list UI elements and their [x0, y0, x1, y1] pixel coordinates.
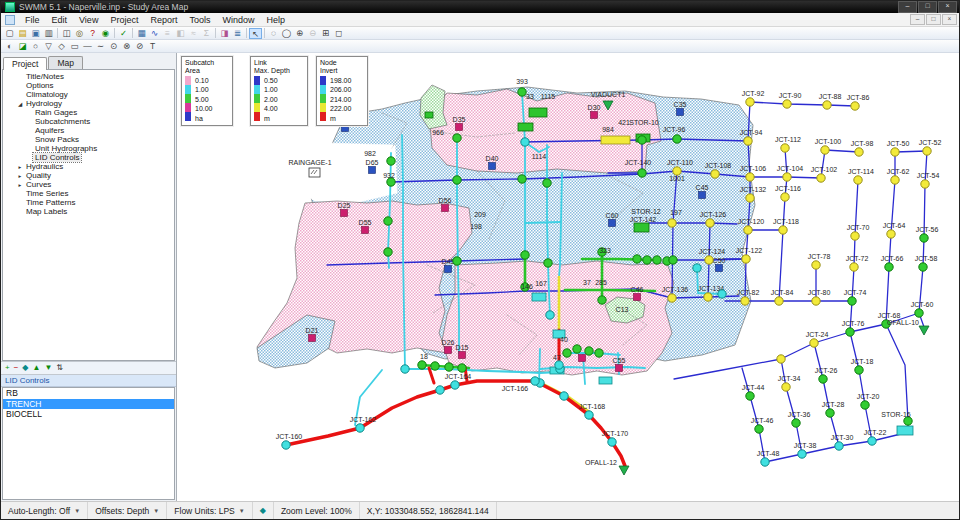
map-node[interactable]	[585, 347, 593, 355]
status-auto-length[interactable]: Auto-Length: Off▼	[1, 502, 88, 519]
tree-item-time-series[interactable]: Time Series	[3, 189, 174, 198]
tree-item-curves[interactable]: ▸Curves	[3, 180, 174, 189]
map-node[interactable]	[746, 98, 754, 106]
map-node[interactable]	[746, 194, 754, 202]
map-marker-square[interactable]	[456, 124, 463, 131]
expander-closed-icon[interactable]: ▸	[16, 173, 24, 179]
map-node[interactable]	[861, 401, 869, 409]
find-icon[interactable]: ◎	[73, 28, 86, 39]
add-outfall-icon[interactable]: ▽	[42, 41, 55, 52]
tree-item-title-notes[interactable]: Title/Notes	[3, 72, 174, 81]
map-node[interactable]	[854, 176, 862, 184]
open-icon[interactable]: ▤	[16, 28, 29, 39]
tab-project[interactable]: Project	[3, 57, 47, 70]
map-node[interactable]	[453, 134, 461, 142]
map-storage-unit[interactable]	[518, 123, 533, 131]
tree-item-lid-controls[interactable]: LID Controls	[3, 153, 174, 162]
map-marker-square[interactable]	[591, 112, 598, 119]
map-node[interactable]	[817, 174, 825, 182]
map-marker-square[interactable]	[341, 210, 348, 217]
select-region-icon[interactable]: ◯	[280, 28, 293, 39]
map-node[interactable]	[819, 375, 827, 383]
mdi-minimize-button[interactable]: –	[910, 14, 925, 25]
map-storage-unit[interactable]	[529, 108, 547, 117]
map-node[interactable]	[445, 363, 453, 371]
expander-open-icon[interactable]: ◢	[16, 101, 24, 107]
tab-map[interactable]: Map	[48, 56, 83, 69]
sort-icon[interactable]: ⇅	[56, 363, 63, 373]
new-icon[interactable]: ▢	[3, 28, 16, 39]
map-marker-square[interactable]	[445, 266, 452, 273]
pan-icon[interactable]: ⊞	[319, 28, 332, 39]
map-link[interactable]	[886, 324, 908, 421]
rain-gage-icon[interactable]	[309, 168, 320, 177]
tree-item-unit-hydrographs[interactable]: Unit Hydrographs	[3, 144, 174, 153]
add-pump-icon[interactable]: ∼	[94, 41, 107, 52]
menu-help[interactable]: Help	[260, 14, 291, 26]
map-node[interactable]	[356, 424, 364, 432]
map-marker-square[interactable]	[369, 167, 376, 174]
edit-icon[interactable]: ◆	[22, 363, 28, 373]
map-node[interactable]	[560, 392, 568, 400]
map-storage-unit[interactable]	[532, 293, 546, 301]
select-object-icon[interactable]: ↖	[249, 28, 262, 39]
map-marker-square[interactable]	[699, 192, 706, 199]
add-weir-icon[interactable]: ⊗	[120, 41, 133, 52]
map-node[interactable]	[673, 167, 681, 175]
map-node[interactable]	[783, 100, 791, 108]
map-marker-square[interactable]	[616, 365, 623, 372]
mdi-close-button[interactable]: ×	[942, 14, 957, 25]
map-node[interactable]	[453, 176, 461, 184]
map-node[interactable]	[810, 339, 818, 347]
select-vertex-icon[interactable]: ◌	[267, 28, 280, 39]
map-node[interactable]	[779, 226, 787, 234]
map-node[interactable]	[792, 419, 800, 427]
map-marker-square[interactable]	[609, 220, 616, 227]
add-storage-icon[interactable]: ▭	[68, 41, 81, 52]
tree-item-climatology[interactable]: Climatology	[3, 90, 174, 99]
run-simulation-icon[interactable]: ✓	[117, 28, 130, 39]
report-icon[interactable]: ◨	[218, 28, 231, 39]
add-icon[interactable]: +	[5, 363, 10, 373]
menu-report[interactable]: Report	[144, 14, 183, 26]
map-node[interactable]	[781, 193, 789, 201]
map-storage-unit[interactable]	[897, 426, 913, 435]
map-link[interactable]	[535, 381, 625, 466]
map-node[interactable]	[546, 311, 554, 319]
map-node[interactable]	[282, 441, 290, 449]
map-node[interactable]	[555, 361, 563, 369]
map-node[interactable]	[848, 297, 856, 305]
map-node[interactable]	[821, 146, 829, 154]
query-icon[interactable]: ?	[86, 28, 99, 39]
tree-item-subcatchments[interactable]: Subcatchments	[3, 117, 174, 126]
map-node[interactable]	[891, 148, 899, 156]
add-conduit-icon[interactable]: ―	[81, 41, 94, 52]
lid-item-rb[interactable]: RB	[3, 388, 174, 399]
expander-closed-icon[interactable]: ▸	[16, 164, 24, 170]
tree-item-rain-gages[interactable]: Rain Gages	[3, 108, 174, 117]
map-storage-unit[interactable]	[425, 112, 433, 118]
map-node[interactable]	[812, 261, 820, 269]
add-outlet-icon[interactable]: ⊘	[133, 41, 146, 52]
menu-view[interactable]: View	[73, 14, 104, 26]
map-node[interactable]	[704, 293, 712, 301]
map-node[interactable]	[782, 383, 790, 391]
map-outfall[interactable]	[619, 466, 629, 475]
map-link[interactable]	[286, 385, 455, 445]
map-node[interactable]	[746, 173, 754, 181]
mdi-restore-button[interactable]: □	[926, 14, 941, 25]
map-link[interactable]	[525, 222, 561, 223]
map-node[interactable]	[887, 230, 895, 238]
map-node[interactable]	[923, 147, 931, 155]
map-node[interactable]	[741, 297, 749, 305]
menu-file[interactable]: File	[19, 14, 46, 26]
tree-item-aquifers[interactable]: Aquifers	[3, 126, 174, 135]
map-node[interactable]	[835, 442, 843, 450]
map-storage-unit[interactable]	[599, 377, 612, 384]
map-node[interactable]	[851, 232, 859, 240]
add-raingage-icon[interactable]: ◐	[3, 41, 16, 52]
map-node[interactable]	[387, 157, 395, 165]
zoom-in-icon[interactable]: ⊕	[293, 28, 306, 39]
copy-icon[interactable]: ◫	[60, 28, 73, 39]
map-marker-square[interactable]	[459, 352, 466, 359]
